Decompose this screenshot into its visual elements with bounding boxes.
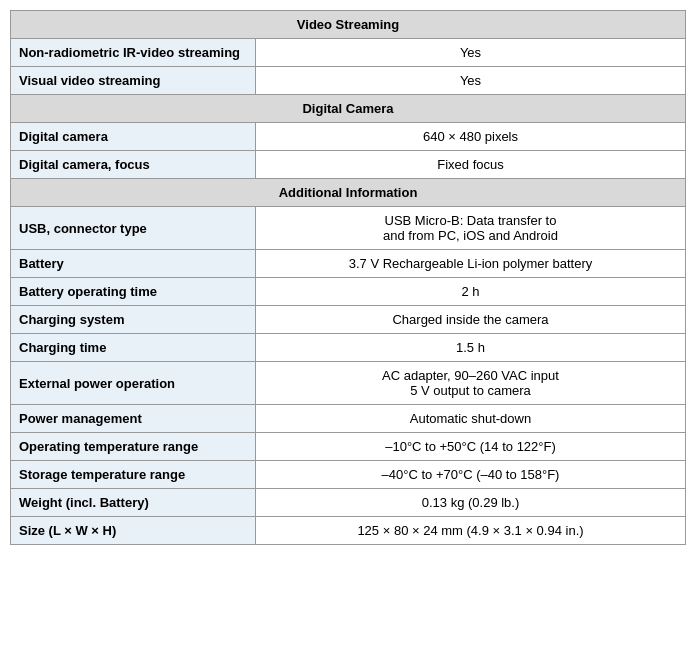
value-cell-2-5: AC adapter, 90–260 VAC input5 V output t… bbox=[256, 362, 686, 405]
label-cell-2-9: Weight (incl. Battery) bbox=[11, 489, 256, 517]
value-cell-0-0: Yes bbox=[256, 39, 686, 67]
value-cell-2-1: 3.7 V Rechargeable Li-ion polymer batter… bbox=[256, 250, 686, 278]
value-cell-2-10: 125 × 80 × 24 mm (4.9 × 3.1 × 0.94 in.) bbox=[256, 517, 686, 545]
label-cell-0-0: Non-radiometric IR-video streaming bbox=[11, 39, 256, 67]
value-cell-2-7: –10°C to +50°C (14 to 122°F) bbox=[256, 433, 686, 461]
value-cell-1-0: 640 × 480 pixels bbox=[256, 123, 686, 151]
value-cell-1-1: Fixed focus bbox=[256, 151, 686, 179]
value-cell-2-3: Charged inside the camera bbox=[256, 306, 686, 334]
label-cell-2-5: External power operation bbox=[11, 362, 256, 405]
label-cell-0-1: Visual video streaming bbox=[11, 67, 256, 95]
value-cell-2-2: 2 h bbox=[256, 278, 686, 306]
label-cell-2-0: USB, connector type bbox=[11, 207, 256, 250]
table-row: Non-radiometric IR-video streamingYes bbox=[11, 39, 686, 67]
label-cell-2-2: Battery operating time bbox=[11, 278, 256, 306]
table-row: Power managementAutomatic shut-down bbox=[11, 405, 686, 433]
label-cell-1-0: Digital camera bbox=[11, 123, 256, 151]
table-row: USB, connector typeUSB Micro-B: Data tra… bbox=[11, 207, 686, 250]
value-cell-0-1: Yes bbox=[256, 67, 686, 95]
table-row: Weight (incl. Battery)0.13 kg (0.29 lb.) bbox=[11, 489, 686, 517]
section-header-1: Digital Camera bbox=[11, 95, 686, 123]
label-cell-2-3: Charging system bbox=[11, 306, 256, 334]
table-row: Visual video streamingYes bbox=[11, 67, 686, 95]
table-row: Operating temperature range–10°C to +50°… bbox=[11, 433, 686, 461]
label-cell-2-8: Storage temperature range bbox=[11, 461, 256, 489]
table-row: External power operationAC adapter, 90–2… bbox=[11, 362, 686, 405]
table-row: Charging systemCharged inside the camera bbox=[11, 306, 686, 334]
label-cell-2-1: Battery bbox=[11, 250, 256, 278]
table-row: Charging time1.5 h bbox=[11, 334, 686, 362]
specs-table: Video StreamingNon-radiometric IR-video … bbox=[10, 10, 686, 545]
value-cell-2-0: USB Micro-B: Data transfer toand from PC… bbox=[256, 207, 686, 250]
table-row: Battery operating time2 h bbox=[11, 278, 686, 306]
table-row: Digital camera, focusFixed focus bbox=[11, 151, 686, 179]
label-cell-2-10: Size (L × W × H) bbox=[11, 517, 256, 545]
section-header-2: Additional Information bbox=[11, 179, 686, 207]
value-cell-2-8: –40°C to +70°C (–40 to 158°F) bbox=[256, 461, 686, 489]
label-cell-2-4: Charging time bbox=[11, 334, 256, 362]
table-row: Battery3.7 V Rechargeable Li-ion polymer… bbox=[11, 250, 686, 278]
value-cell-2-6: Automatic shut-down bbox=[256, 405, 686, 433]
table-row: Storage temperature range–40°C to +70°C … bbox=[11, 461, 686, 489]
value-cell-2-9: 0.13 kg (0.29 lb.) bbox=[256, 489, 686, 517]
table-row: Size (L × W × H)125 × 80 × 24 mm (4.9 × … bbox=[11, 517, 686, 545]
label-cell-2-6: Power management bbox=[11, 405, 256, 433]
label-cell-1-1: Digital camera, focus bbox=[11, 151, 256, 179]
label-cell-2-7: Operating temperature range bbox=[11, 433, 256, 461]
table-row: Digital camera640 × 480 pixels bbox=[11, 123, 686, 151]
value-cell-2-4: 1.5 h bbox=[256, 334, 686, 362]
section-header-0: Video Streaming bbox=[11, 11, 686, 39]
